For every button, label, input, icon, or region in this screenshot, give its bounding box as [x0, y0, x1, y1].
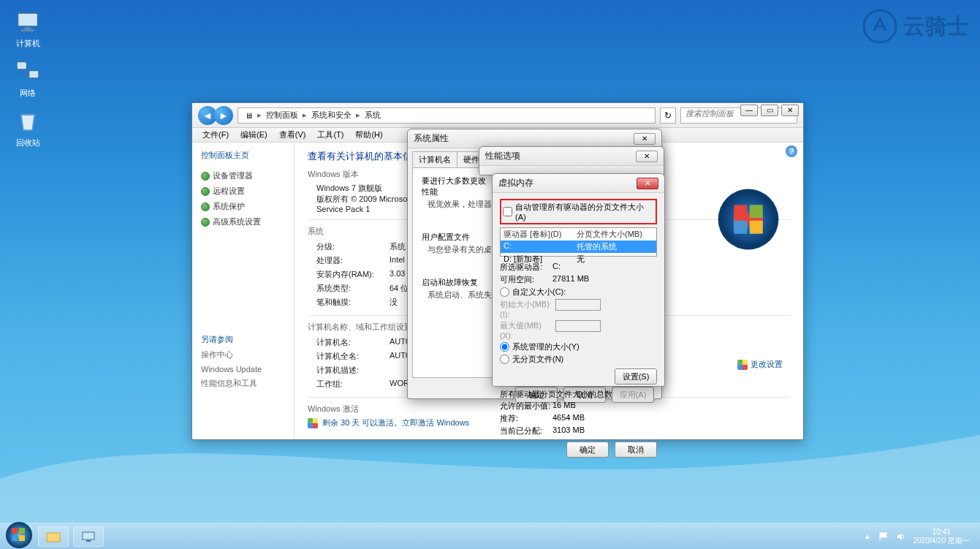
- bullet-icon: [201, 187, 210, 196]
- svg-rect-16: [12, 535, 18, 541]
- rating-link[interactable]: 系统: [390, 241, 406, 252]
- desktop-icon-label: 回收站: [16, 138, 40, 147]
- taskbar-item-system[interactable]: [73, 526, 104, 547]
- folder-icon: [46, 531, 61, 542]
- maximize-button[interactable]: ▭: [761, 105, 778, 116]
- initial-size-input: [555, 299, 601, 311]
- sidebar: 控制面板主页 设备管理器 远程设置 系统保护 高级系统设置 另请参阅 操作中心 …: [192, 143, 295, 439]
- activation-link[interactable]: 剩余 30 天 可以激活。立即激活 Windows: [322, 417, 469, 428]
- sidebar-link-protection[interactable]: 系统保护: [201, 199, 285, 214]
- menu-view[interactable]: 查看(V): [273, 128, 312, 142]
- menu-tools[interactable]: 工具(T): [311, 128, 349, 142]
- start-button[interactable]: [4, 520, 34, 550]
- volume-icon[interactable]: [896, 531, 906, 542]
- custom-size-radio[interactable]: 自定义大小(C):: [500, 286, 657, 298]
- virtual-memory-dialog: 虚拟内存 ✕ 自动管理所有驱动器的分页文件大小(A) 驱动器 [卷标](D)分页…: [492, 173, 665, 387]
- breadcrumb[interactable]: 🖥▸ 控制面板▸ 系统和安全▸ 系统: [238, 107, 656, 124]
- desktop-icon-recycle-bin[interactable]: 回收站: [6, 107, 50, 148]
- svg-rect-11: [734, 221, 747, 234]
- menu-file[interactable]: 文件(F): [197, 128, 235, 142]
- svg-rect-17: [19, 535, 25, 541]
- performance-options-dialog: 性能选项 ✕: [479, 146, 664, 175]
- sidebar-title[interactable]: 控制面板主页: [201, 150, 285, 161]
- breadcrumb-icon: 🖥: [243, 111, 255, 120]
- sidebar-header-see-also: 另请参阅: [201, 332, 285, 347]
- shield-icon: [737, 360, 748, 370]
- ok-button[interactable]: 确定: [566, 442, 609, 458]
- svg-rect-1: [18, 13, 38, 26]
- no-paging-radio[interactable]: 无分页文件(N): [500, 353, 657, 366]
- refresh-button[interactable]: ↻: [660, 107, 676, 124]
- tab-computer-name[interactable]: 计算机名: [412, 151, 457, 167]
- tray-expand-icon[interactable]: ▲: [864, 532, 871, 540]
- bullet-icon: [201, 202, 210, 211]
- desktop-icon-computer[interactable]: 计算机: [6, 7, 50, 49]
- dialog-title: 系统属性: [414, 132, 449, 145]
- flag-icon[interactable]: [878, 531, 889, 542]
- shield-icon: [308, 418, 318, 428]
- windows-logo-icon: [715, 186, 781, 252]
- menu-help[interactable]: 帮助(H): [349, 128, 388, 142]
- bullet-icon: [201, 218, 210, 227]
- desktop-icon-network[interactable]: 网络: [6, 57, 50, 99]
- desktop-icon-label: 计算机: [16, 39, 40, 48]
- clock[interactable]: 10:41 2020/4/20 星期一: [913, 528, 970, 545]
- close-button[interactable]: ✕: [781, 105, 799, 116]
- help-icon[interactable]: ?: [786, 145, 797, 157]
- forward-button[interactable]: ►: [214, 106, 233, 125]
- sidebar-link-perf-info[interactable]: 性能信息和工具: [201, 376, 285, 391]
- cancel-button[interactable]: 取消: [615, 442, 657, 458]
- svg-rect-19: [83, 532, 94, 539]
- sidebar-link-remote[interactable]: 远程设置: [201, 183, 285, 199]
- svg-rect-12: [750, 221, 763, 234]
- system-managed-radio[interactable]: 系统管理的大小(Y): [500, 341, 657, 353]
- sidebar-link-advanced[interactable]: 高级系统设置: [201, 214, 285, 230]
- close-button[interactable]: ✕: [637, 178, 658, 189]
- desktop-icon-label: 网络: [20, 88, 36, 97]
- svg-rect-9: [734, 205, 747, 218]
- svg-rect-18: [47, 533, 60, 542]
- svg-rect-10: [750, 205, 763, 218]
- drive-list[interactable]: 驱动器 [卷标](D)分页文件大小(MB) C:托管的系统 D: [新加卷]无: [500, 227, 657, 257]
- sidebar-link-windows-update[interactable]: Windows Update: [201, 363, 285, 376]
- logo-watermark: 云骑士: [862, 9, 969, 44]
- dialog-title: 性能选项: [485, 150, 520, 162]
- taskbar-item-explorer[interactable]: [38, 526, 69, 547]
- sidebar-link-device-manager[interactable]: 设备管理器: [201, 168, 285, 183]
- set-button[interactable]: 设置(S): [615, 368, 657, 385]
- totals-header: 所有驱动器分页文件大小的总数: [500, 389, 657, 400]
- svg-rect-5: [17, 62, 27, 70]
- svg-rect-4: [21, 30, 34, 31]
- svg-rect-14: [12, 528, 18, 534]
- drive-row[interactable]: C:托管的系统: [501, 241, 656, 253]
- minimize-button[interactable]: —: [740, 105, 758, 116]
- max-size-input: [555, 320, 601, 332]
- auto-manage-checkbox[interactable]: [503, 207, 512, 216]
- svg-rect-15: [19, 528, 25, 534]
- close-button[interactable]: ✕: [634, 133, 656, 145]
- computer-icon: [13, 7, 42, 37]
- recycle-bin-icon: [13, 107, 42, 136]
- menu-edit[interactable]: 编辑(E): [235, 128, 273, 142]
- auto-manage-checkbox-row[interactable]: 自动管理所有驱动器的分页文件大小(A): [500, 199, 657, 224]
- monitor-icon: [81, 531, 96, 542]
- bullet-icon: [201, 172, 210, 181]
- close-button[interactable]: ✕: [636, 151, 658, 162]
- network-icon: [13, 57, 42, 86]
- svg-rect-20: [86, 540, 91, 542]
- svg-rect-3: [25, 28, 31, 30]
- system-tray: ▲ 10:41 2020/4/20 星期一: [864, 528, 976, 545]
- dialog-title: 虚拟内存: [498, 177, 533, 189]
- sidebar-link-action-center[interactable]: 操作中心: [201, 347, 285, 363]
- taskbar: ▲ 10:41 2020/4/20 星期一: [0, 523, 980, 549]
- svg-rect-6: [29, 71, 39, 79]
- change-settings-link[interactable]: 更改设置: [737, 359, 783, 370]
